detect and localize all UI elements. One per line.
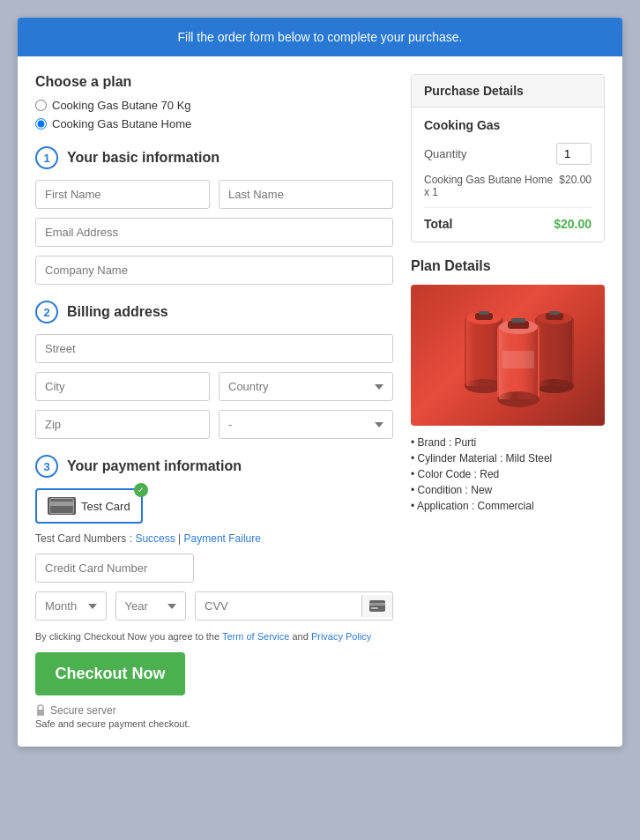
city-input[interactable] — [35, 372, 210, 401]
state-field: - — [219, 410, 393, 439]
lock-icon — [35, 704, 46, 717]
last-name-field — [219, 180, 393, 209]
company-input[interactable] — [35, 256, 393, 285]
plan-details-title: Plan Details — [411, 258, 605, 274]
first-name-field — [35, 180, 210, 209]
terms-text: By clicking Checkout Now you agree to th… — [35, 631, 393, 642]
cvv-row: Month Year — [35, 591, 393, 621]
credit-card-icon — [369, 600, 385, 612]
email-row — [35, 218, 393, 247]
cc-field — [35, 554, 194, 583]
name-row — [35, 180, 393, 209]
purchase-details-header: Purchase Details — [412, 75, 604, 108]
failure-link[interactable]: Payment Failure — [184, 532, 261, 545]
left-panel: Choose a plan Cooking Gas Butane 70 Kg C… — [35, 74, 393, 729]
gas-cylinders-svg — [420, 289, 596, 426]
qty-row: Quantity — [424, 143, 592, 165]
secure-server: Secure server — [35, 704, 393, 717]
plan-spec-item: Cylinder Material : Mild Steel — [411, 452, 605, 465]
item-row: Cooking Gas Butane Home x 1 $20.00 — [424, 174, 592, 208]
month-select[interactable]: Month — [35, 591, 107, 621]
banner-text: Fill the order form below to complete yo… — [178, 30, 463, 44]
cc-input[interactable] — [35, 554, 194, 583]
terms-before: By clicking Checkout Now you agree to th… — [35, 631, 222, 642]
qty-input[interactable] — [556, 143, 592, 165]
payment-header: 3 Your payment information — [35, 455, 393, 478]
country-field: Country — [219, 372, 393, 401]
test-card-numbers-row: Test Card Numbers : Success | Payment Fa… — [35, 532, 393, 545]
plan-option-1[interactable]: Cooking Gas Butane 70 Kg — [35, 99, 393, 112]
city-field — [35, 372, 210, 401]
plan-section: Choose a plan Cooking Gas Butane 70 Kg C… — [35, 74, 393, 130]
city-country-row: Country — [35, 372, 393, 401]
step-1-title: Your basic information — [67, 150, 220, 166]
zip-input[interactable] — [35, 410, 210, 439]
item-label: Cooking Gas Butane Home x 1 — [424, 174, 559, 198]
company-field — [35, 256, 393, 285]
country-select[interactable]: Country — [219, 372, 393, 401]
test-card-label: Test Card Numbers : — [35, 532, 135, 545]
zip-state-row: - — [35, 410, 393, 439]
step-2-title: Billing address — [67, 304, 168, 320]
product-name: Cooking Gas — [424, 118, 592, 132]
svg-rect-3 — [37, 710, 44, 716]
cvv-field — [195, 591, 393, 621]
step-3-title: Your payment information — [67, 458, 242, 474]
gas-image — [411, 285, 605, 426]
total-label: Total — [424, 217, 452, 231]
purchase-details-box: Purchase Details Cooking Gas Quantity Co… — [411, 74, 605, 242]
last-name-input[interactable] — [219, 180, 393, 209]
plan-details-list: Brand : PurtiCylinder Material : Mild St… — [411, 436, 605, 512]
svg-rect-1 — [369, 603, 385, 606]
secure-label: Secure server — [50, 704, 116, 717]
svg-rect-2 — [371, 607, 378, 609]
svg-rect-7 — [466, 318, 502, 386]
item-price: $20.00 — [559, 174, 592, 198]
svg-rect-14 — [537, 318, 572, 386]
step-3-number: 3 — [35, 455, 58, 478]
street-input[interactable] — [35, 334, 393, 363]
card-label: Test Card — [81, 500, 130, 513]
cc-row — [35, 554, 393, 583]
step-2-number: 2 — [35, 301, 58, 323]
zip-field — [35, 410, 210, 439]
plan-spec-item: Brand : Purti — [411, 436, 605, 449]
street-row — [35, 334, 393, 363]
checkout-button[interactable]: Checkout Now — [35, 652, 185, 695]
plan-radio-1[interactable] — [35, 100, 47, 111]
year-field: Year — [115, 591, 187, 621]
plan-spec-item: Color Code : Red — [411, 468, 605, 480]
company-row — [35, 256, 393, 285]
safe-text: Safe and secure payment checkout. — [35, 718, 393, 729]
header-banner: Fill the order form below to complete yo… — [18, 18, 622, 56]
main-content: Choose a plan Cooking Gas Butane 70 Kg C… — [18, 56, 622, 747]
svg-rect-10 — [479, 311, 489, 315]
billing-header: 2 Billing address — [35, 301, 393, 323]
svg-rect-17 — [549, 311, 560, 315]
plan-spec-item: Application : Commercial — [411, 500, 605, 512]
card-checkmark: ✓ — [134, 483, 148, 497]
card-option[interactable]: Test Card ✓ — [35, 488, 143, 524]
plan-option-2[interactable]: Cooking Gas Butane Home — [35, 117, 393, 130]
total-amount: $20.00 — [554, 217, 592, 231]
plan-label-2: Cooking Gas Butane Home — [52, 117, 191, 130]
year-select[interactable]: Year — [115, 591, 187, 621]
email-input[interactable] — [35, 218, 393, 247]
tos-link[interactable]: Term of Service — [222, 631, 289, 642]
right-panel: Purchase Details Cooking Gas Quantity Co… — [411, 74, 605, 729]
email-field — [35, 218, 393, 247]
cvv-input-wrap — [195, 591, 393, 621]
first-name-input[interactable] — [35, 180, 210, 209]
purchase-details-body: Cooking Gas Quantity Cooking Gas Butane … — [412, 108, 604, 242]
svg-rect-24 — [511, 318, 525, 323]
success-link[interactable]: Success — [135, 532, 175, 545]
total-row: Total $20.00 — [424, 217, 592, 231]
state-select[interactable]: - — [219, 410, 393, 439]
plan-radio-2[interactable] — [35, 118, 47, 130]
svg-rect-25 — [502, 351, 534, 368]
privacy-link[interactable]: Privacy Policy — [311, 631, 371, 642]
page-wrapper: Fill the order form below to complete yo… — [18, 18, 622, 747]
cvv-icon-button[interactable] — [361, 595, 392, 617]
cvv-input[interactable] — [196, 592, 361, 620]
plan-label-1: Cooking Gas Butane 70 Kg — [52, 99, 191, 112]
